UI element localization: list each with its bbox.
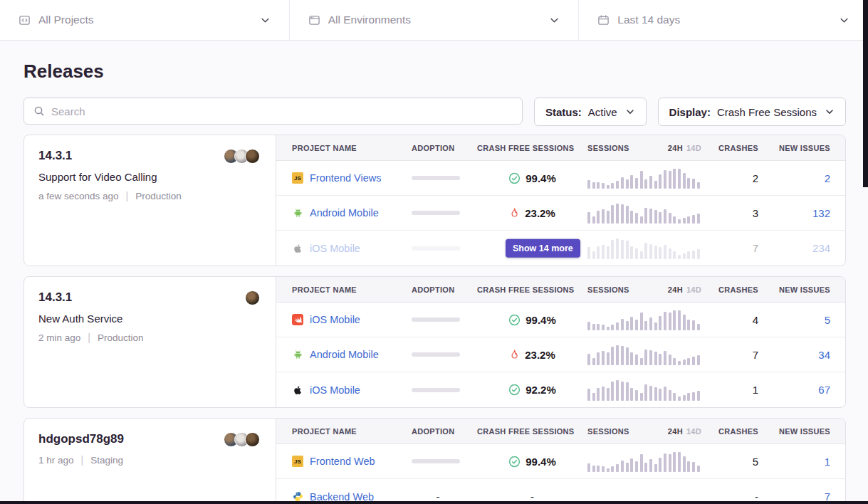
release-authors: [245, 290, 261, 305]
adoption-cell: [399, 246, 477, 251]
session-bar: [592, 358, 595, 366]
column-header-new_issues: NEW ISSUES: [758, 285, 830, 294]
session-bar: [587, 247, 590, 259]
project-link[interactable]: JSFrontend Views: [292, 172, 399, 184]
toggle-24h[interactable]: 24H: [668, 144, 683, 152]
new-issues-link[interactable]: 5: [758, 314, 830, 326]
toggle-14d[interactable]: 14D: [686, 427, 701, 436]
session-bar: [654, 246, 657, 259]
new-issues-link[interactable]: 34: [758, 349, 830, 361]
project-link[interactable]: iOS Mobile: [292, 384, 399, 396]
session-bar: [640, 393, 643, 401]
chevron-down-icon: [625, 107, 635, 117]
toggle-14d[interactable]: 14D: [686, 285, 701, 294]
session-bar: [697, 249, 700, 259]
chevron-down-icon: [260, 15, 271, 26]
column-header-sessions: SESSIONS: [587, 144, 659, 152]
new-issues-link[interactable]: 67: [758, 384, 830, 396]
release-timestamp: 1 hr ago: [38, 455, 74, 466]
project-name: Frontend Views: [310, 172, 381, 184]
session-bar: [607, 388, 610, 401]
session-bar: [664, 170, 666, 189]
swift-icon: [292, 314, 303, 325]
session-bar: [597, 466, 600, 472]
project-link[interactable]: iOS Mobile: [292, 243, 399, 254]
avatar[interactable]: [245, 432, 260, 447]
session-bar: [644, 384, 647, 401]
session-bar: [659, 354, 662, 366]
search-input[interactable]: [51, 105, 513, 117]
date-range-filter-button[interactable]: Last 14 days: [578, 0, 868, 40]
session-bar: [683, 395, 686, 401]
session-bar: [654, 387, 657, 401]
release-authors: [224, 149, 261, 164]
toggle-24h[interactable]: 24H: [668, 285, 683, 294]
session-bar: [673, 358, 676, 366]
release-version-link[interactable]: hdgopsd78g89: [38, 432, 124, 446]
release-commit-message: New Auth Service: [38, 313, 261, 325]
toggle-14d[interactable]: 14D: [686, 144, 701, 152]
session-bar: [649, 176, 652, 189]
session-bar: [616, 464, 619, 472]
apple-icon: [292, 243, 303, 254]
session-bar: [635, 248, 638, 259]
session-bar: [640, 171, 643, 189]
show-more-button[interactable]: Show 14 more: [506, 238, 580, 258]
session-bar: [621, 177, 624, 189]
session-bar: [687, 393, 690, 400]
column-header-project: PROJECT NAME: [292, 427, 399, 436]
status-filter-button[interactable]: Status: Active: [534, 98, 647, 126]
display-filter-label: Display:: [669, 106, 711, 118]
release-card: 14.3.1New Auth Service2 min ago|Producti…: [23, 276, 846, 408]
session-bar: [602, 325, 605, 330]
release-health-table: PROJECT NAMEADOPTIONCRASH FREE SESSIONSS…: [276, 277, 846, 407]
session-bar: [649, 244, 652, 259]
release-meta: 2 min ago|Production: [38, 332, 261, 343]
session-bar: [611, 466, 614, 472]
session-bar: [649, 350, 652, 365]
new-issues-link[interactable]: 132: [758, 207, 830, 219]
project-name: Frontend Web: [310, 456, 375, 467]
adoption-cell: [399, 352, 477, 357]
crash-free-value: 99.4%: [525, 172, 556, 184]
avatar[interactable]: [245, 290, 260, 305]
release-version-link[interactable]: 14.3.1: [38, 290, 72, 305]
session-bar: [616, 345, 619, 366]
release-version-link[interactable]: 14.3.1: [38, 149, 72, 163]
project-link[interactable]: iOS Mobile: [292, 314, 399, 325]
crash-free-value: 92.2%: [525, 384, 556, 396]
sessions-bar-chart: [587, 379, 701, 401]
session-bar: [687, 251, 690, 258]
environments-filter-button[interactable]: All Environments: [289, 0, 579, 40]
crash-free-cell: 92.2%: [477, 384, 587, 396]
new-issues-link[interactable]: 1: [758, 456, 830, 468]
chevron-down-icon: [549, 15, 560, 26]
session-bar: [687, 216, 690, 224]
session-bar: [697, 466, 700, 472]
crash-free-good-icon: [508, 456, 521, 468]
project-name: iOS Mobile: [310, 384, 360, 396]
session-bar: [673, 216, 676, 224]
new-issues-link[interactable]: 234: [758, 242, 830, 254]
session-bar: [692, 320, 695, 330]
session-bar: [683, 253, 686, 259]
projects-filter-button[interactable]: All Projects: [0, 0, 289, 40]
session-bar: [659, 389, 662, 401]
new-issues-link[interactable]: 2: [758, 172, 830, 184]
crash-free-value: 23.2%: [525, 349, 555, 361]
table-header-row: PROJECT NAMEADOPTIONCRASH FREE SESSIONSS…: [276, 277, 846, 303]
toggle-24h[interactable]: 24H: [668, 427, 683, 436]
vertical-scrollbar-thumb[interactable]: [863, 0, 868, 187]
android-icon: [292, 349, 303, 360]
status-filter-value: Active: [588, 106, 617, 118]
android-icon: [292, 207, 303, 219]
project-link[interactable]: Android Mobile: [292, 207, 399, 219]
adoption-progress-bar: [412, 388, 460, 392]
adoption-progress-bar: [412, 459, 460, 463]
session-bar: [597, 211, 600, 224]
adoption-progress-bar: [412, 211, 460, 215]
display-filter-button[interactable]: Display: Crash Free Sessions: [658, 98, 846, 126]
avatar[interactable]: [245, 149, 260, 164]
project-link[interactable]: Android Mobile: [292, 349, 399, 360]
project-link[interactable]: JSFrontend Web: [292, 456, 399, 467]
